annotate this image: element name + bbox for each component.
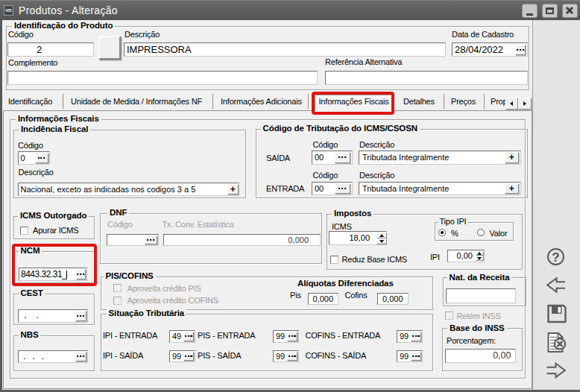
svg-text:?: ? [552, 250, 559, 265]
